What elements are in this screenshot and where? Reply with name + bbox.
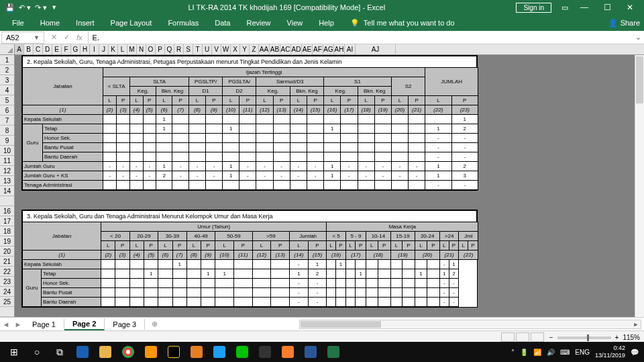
col-header-S[interactable]: S xyxy=(184,44,193,54)
tab-insert[interactable]: Insert xyxy=(68,16,103,30)
tab-help[interactable]: Help xyxy=(311,16,342,30)
col-header-T[interactable]: T xyxy=(193,44,203,54)
minimize-button[interactable]: — xyxy=(573,3,596,12)
app-icon-1[interactable] xyxy=(162,343,185,361)
vertical-scrollbar[interactable] xyxy=(635,55,644,317)
zoom-level[interactable]: 115% xyxy=(623,334,640,341)
keyboard-icon[interactable]: ⌨ xyxy=(560,349,570,356)
tab-home[interactable]: Home xyxy=(32,16,68,30)
line-icon[interactable] xyxy=(231,343,254,361)
battery-icon[interactable]: 🔋 xyxy=(520,349,528,356)
col-header-B[interactable]: B xyxy=(24,44,34,54)
tab-formulas[interactable]: Formulas xyxy=(160,16,207,30)
col-header-M[interactable]: M xyxy=(127,44,137,54)
row-header[interactable]: 7 xyxy=(0,116,14,126)
row-header[interactable]: 18 xyxy=(0,226,14,236)
search-icon[interactable]: ○ xyxy=(25,343,48,361)
col-header-G[interactable]: G xyxy=(71,44,80,54)
row-header[interactable]: 5 xyxy=(0,95,14,105)
col-header-N[interactable]: N xyxy=(137,44,146,54)
enter-formula-icon[interactable]: ✓ xyxy=(64,33,70,42)
tellme-input[interactable]: Tell me what you want to do xyxy=(364,19,455,27)
ribbon-options-icon[interactable]: ▭ xyxy=(557,3,573,12)
row-header[interactable]: 12 xyxy=(0,166,14,176)
row-header[interactable]: 1 xyxy=(0,55,14,65)
row-header[interactable]: 9 xyxy=(0,136,14,146)
col-header-L[interactable]: L xyxy=(118,44,127,54)
row-header[interactable]: 20 xyxy=(0,246,14,257)
sublime-icon[interactable] xyxy=(140,343,162,361)
sheet-nav-prev[interactable]: ◄ xyxy=(0,320,12,328)
edge-icon[interactable] xyxy=(71,343,94,361)
col-header-A[interactable]: A xyxy=(15,44,24,54)
col-header-J[interactable]: J xyxy=(99,44,109,54)
sheet-area[interactable]: 2. Kepala Sekolah, Guru, Tenaga Administ… xyxy=(15,55,644,317)
col-header-AC[interactable]: AC xyxy=(280,44,291,54)
maximize-button[interactable]: ☐ xyxy=(596,3,619,12)
row-header[interactable]: 22 xyxy=(0,267,14,277)
formula-input[interactable]: E. xyxy=(89,34,632,42)
row-header[interactable]: 4 xyxy=(0,85,14,95)
explorer-icon[interactable] xyxy=(94,343,117,361)
col-header-D[interactable]: D xyxy=(43,44,52,54)
redo-icon[interactable]: ↷ ▾ xyxy=(35,3,47,12)
start-button[interactable]: ⊞ xyxy=(3,343,25,361)
volume-icon[interactable]: 🔊 xyxy=(547,349,555,356)
col-header-Z[interactable]: Z xyxy=(250,44,259,54)
row-header[interactable]: 11 xyxy=(0,156,14,166)
sheet-tab-3[interactable]: Page 3 xyxy=(105,319,145,330)
app-icon-4[interactable] xyxy=(254,343,276,361)
row-header[interactable]: 3 xyxy=(0,75,14,85)
col-header-AB[interactable]: AB xyxy=(270,44,280,54)
row-header[interactable]: 14 xyxy=(0,186,14,196)
tab-review[interactable]: Review xyxy=(238,16,278,30)
share-button[interactable]: 👤 Share xyxy=(608,19,640,28)
xampp-icon[interactable] xyxy=(276,343,299,361)
col-header-AJ[interactable]: AJ xyxy=(356,44,396,54)
col-header-F[interactable]: F xyxy=(62,44,71,54)
wifi-icon[interactable]: 📶 xyxy=(533,349,541,356)
qat-customize-icon[interactable]: ▼ xyxy=(51,4,57,11)
select-all-corner[interactable] xyxy=(0,44,15,54)
sheet-nav-next[interactable]: ► xyxy=(12,320,24,328)
row-header[interactable]: 17 xyxy=(0,216,14,226)
undo-icon[interactable]: ↶ ▾ xyxy=(19,3,31,12)
tab-page-layout[interactable]: Page Layout xyxy=(103,16,160,30)
col-header-W[interactable]: W xyxy=(221,44,231,54)
row-header[interactable]: 8 xyxy=(0,126,14,136)
col-header-P[interactable]: P xyxy=(156,44,165,54)
col-header-E[interactable]: E xyxy=(52,44,62,54)
row-headers[interactable]: 123456789101112131416171819202122232425 xyxy=(0,55,15,317)
row-header[interactable] xyxy=(0,196,14,206)
row-header[interactable]: 6 xyxy=(0,105,14,116)
sheet-tab-1[interactable]: Page 1 xyxy=(24,319,64,330)
row-header[interactable]: 16 xyxy=(0,206,14,216)
horizontal-scrollbar[interactable]: ◄ ► xyxy=(299,320,641,329)
excel-icon[interactable] xyxy=(322,343,345,361)
app-icon-2[interactable] xyxy=(185,343,208,361)
col-header-Q[interactable]: Q xyxy=(165,44,174,54)
row-header[interactable]: 2 xyxy=(0,65,14,75)
col-header-AI[interactable]: AI xyxy=(345,44,356,54)
save-icon[interactable]: 💾 xyxy=(5,3,15,12)
zoom-slider[interactable] xyxy=(557,336,611,339)
row-header[interactable]: 10 xyxy=(0,146,14,156)
col-header-O[interactable]: O xyxy=(146,44,156,54)
col-header-U[interactable]: U xyxy=(203,44,212,54)
row-header[interactable]: 21 xyxy=(0,257,14,267)
language-indicator[interactable]: ENG xyxy=(575,349,590,356)
col-header-X[interactable]: X xyxy=(231,44,240,54)
col-header-C[interactable]: C xyxy=(34,44,43,54)
zoom-in-button[interactable]: + xyxy=(615,334,619,341)
tab-file[interactable]: File xyxy=(4,16,32,30)
close-button[interactable]: ✕ xyxy=(619,3,641,12)
chevron-down-icon[interactable]: ▼ xyxy=(34,34,40,41)
new-sheet-button[interactable]: ⊕ xyxy=(145,320,164,328)
app-icon-3[interactable] xyxy=(208,343,231,361)
worksheet-grid[interactable]: 123456789101112131416171819202122232425 … xyxy=(0,55,644,317)
fx-icon[interactable]: fx xyxy=(76,34,83,42)
task-view-icon[interactable]: ⧉ xyxy=(48,343,71,361)
row-header[interactable]: 23 xyxy=(0,277,14,287)
word-icon[interactable] xyxy=(299,343,322,361)
col-header-AG[interactable]: AG xyxy=(323,44,334,54)
